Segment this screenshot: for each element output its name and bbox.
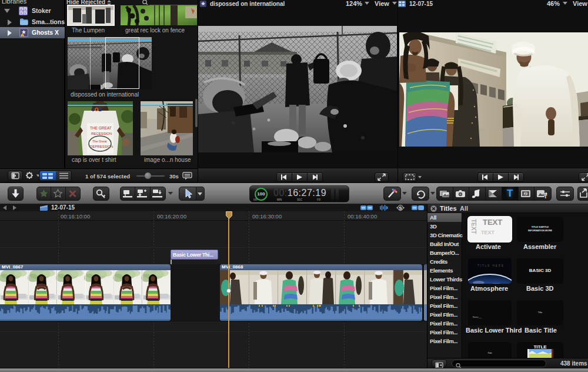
svg-text:JOB: JOB [92, 107, 102, 112]
svg-text:A: A [21, 33, 24, 37]
svg-text:RECESSION: RECESSION [91, 132, 112, 135]
svg-text:S: S [399, 205, 402, 211]
svg-text:THE GREAT: THE GREAT [90, 126, 112, 130]
svg-text:T: T [544, 194, 547, 200]
svg-text:The Great: The Great [92, 140, 107, 143]
svg-text:DEPRESSION: DEPRESSION [90, 145, 113, 148]
